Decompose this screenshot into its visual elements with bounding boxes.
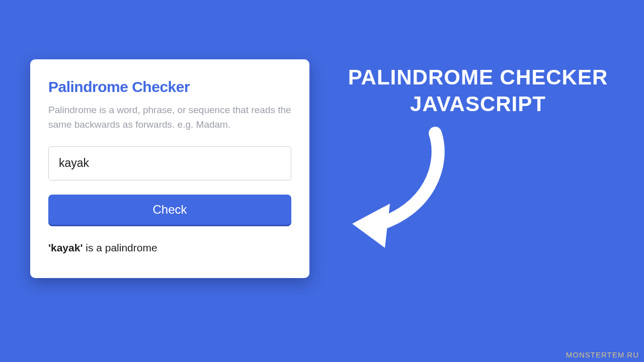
palindrome-card: Palindrome Checker Palindrome is a word,… [30, 59, 309, 278]
headline-line-2: JAVASCRIPT [332, 91, 624, 118]
card-title: Palindrome Checker [48, 78, 291, 96]
result-suffix: is a palindrome [83, 242, 157, 253]
result-word: 'kayak' [48, 242, 83, 253]
arrow-icon [322, 123, 463, 254]
headline-line-1: PALINDROME CHECKER [332, 64, 624, 91]
result-text: 'kayak' is a palindrome [48, 242, 291, 254]
card-description: Palindrome is a word, phrase, or sequenc… [48, 103, 291, 132]
check-button[interactable]: Check [48, 195, 291, 225]
palindrome-input[interactable] [48, 146, 291, 180]
headline: PALINDROME CHECKER JAVASCRIPT [332, 64, 624, 117]
watermark: MONSTERTEM.RU [566, 350, 639, 359]
